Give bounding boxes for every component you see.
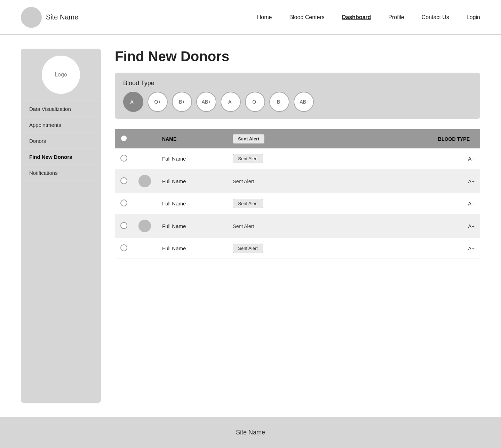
donors-table: NAME Sent Alert BLOOD TYPE Full Name [115, 129, 480, 259]
blood-type-buttons: A+ O+ B+ AB+ A- O- B- AB- [123, 92, 472, 112]
col-avatar-header [133, 129, 157, 148]
main-content: Logo Data Visualization Appointments Don… [0, 35, 501, 417]
row5-radio[interactable] [120, 244, 127, 251]
row4-name: Full Name [157, 214, 227, 238]
blood-type-btn-abpos[interactable]: AB+ [196, 92, 216, 112]
col-spacer-header [314, 129, 383, 148]
row4-sent-alert: Sent Alert [227, 214, 314, 238]
row3-blood-type: A+ [383, 193, 480, 214]
nav-home[interactable]: Home [257, 14, 272, 21]
table-row: Full Name Sent Alert A+ [115, 148, 480, 169]
row5-avatar-cell [133, 238, 157, 259]
blood-type-btn-opos[interactable]: O+ [148, 92, 168, 112]
row2-radio[interactable] [120, 177, 127, 184]
row2-avatar [138, 175, 151, 187]
col-blood-type-header: BLOOD TYPE [383, 129, 480, 148]
sidebar-logo: Logo [42, 56, 80, 94]
table-row: Full Name Sent Alert A+ [115, 238, 480, 259]
row1-radio-cell [115, 148, 133, 169]
nav-dashboard[interactable]: Dashboard [342, 14, 371, 21]
sidebar-item-appointments[interactable]: Appointments [21, 117, 101, 133]
row4-radio-cell [115, 214, 133, 238]
page-content: Find New Donors Blood Type A+ O+ B+ AB+ … [115, 49, 480, 403]
row2-avatar-cell [133, 169, 157, 193]
row3-radio-cell [115, 193, 133, 214]
row4-radio[interactable] [120, 222, 127, 229]
blood-type-btn-bpos[interactable]: B+ [172, 92, 192, 112]
sidebar-item-find-new-donors[interactable]: Find New Donors [21, 149, 101, 165]
col-name-header: NAME [157, 129, 227, 148]
login-button[interactable]: Login [467, 14, 480, 21]
blood-type-btn-abneg[interactable]: AB- [294, 92, 314, 112]
sidebar: Logo Data Visualization Appointments Don… [21, 49, 101, 403]
header-nav: Home Blood Centers Dashboard Profile Con… [257, 14, 449, 21]
blood-type-btn-aneg[interactable]: A- [221, 92, 241, 112]
footer: Site Name [0, 417, 501, 448]
row3-name: Full Name [157, 193, 227, 214]
sidebar-item-donors[interactable]: Donors [21, 133, 101, 149]
page-title: Find New Donors [115, 49, 480, 64]
row3-sent-alert: Sent Alert [227, 193, 314, 214]
table-row: Full Name Sent Alert A+ [115, 214, 480, 238]
nav-blood-centers[interactable]: Blood Centers [289, 14, 324, 21]
header-site-name: Site Name [46, 13, 78, 21]
blood-type-label: Blood Type [123, 80, 472, 87]
sidebar-nav: Data Visualization Appointments Donors F… [21, 101, 101, 181]
row5-blood-type: A+ [383, 238, 480, 259]
row2-blood-type: A+ [383, 169, 480, 193]
row5-sent-alert: Sent Alert [227, 238, 314, 259]
table-row: Full Name Sent Alert A+ [115, 169, 480, 193]
row5-radio-cell [115, 238, 133, 259]
nav-contact-us[interactable]: Contact Us [422, 14, 449, 21]
header-logo-area: Site Name [21, 7, 78, 28]
row3-radio[interactable] [120, 199, 127, 206]
header-radio[interactable] [120, 135, 127, 142]
footer-site-name: Site Name [236, 429, 265, 436]
row1-radio[interactable] [120, 155, 127, 162]
blood-type-section: Blood Type A+ O+ B+ AB+ A- O- B- AB- [115, 73, 480, 119]
table-header-row: NAME Sent Alert BLOOD TYPE [115, 129, 480, 148]
row4-avatar-cell [133, 214, 157, 238]
blood-type-btn-oneg[interactable]: O- [245, 92, 265, 112]
site-logo [21, 7, 42, 28]
sidebar-item-data-visualization[interactable]: Data Visualization [21, 101, 101, 117]
nav-profile[interactable]: Profile [388, 14, 404, 21]
table-row: Full Name Sent Alert A+ [115, 193, 480, 214]
row2-name: Full Name [157, 169, 227, 193]
col-radio-header [115, 129, 133, 148]
header: Site Name Home Blood Centers Dashboard P… [0, 0, 501, 35]
row1-avatar-cell [133, 148, 157, 169]
row3-avatar-cell [133, 193, 157, 214]
row2-radio-cell [115, 169, 133, 193]
col-sent-alert-header: Sent Alert [227, 129, 314, 148]
row1-blood-type: A+ [383, 148, 480, 169]
row1-name: Full Name [157, 148, 227, 169]
row1-sent-alert: Sent Alert [227, 148, 314, 169]
blood-type-btn-apos[interactable]: A+ [123, 92, 143, 112]
row2-sent-alert: Sent Alert [227, 169, 314, 193]
row5-name: Full Name [157, 238, 227, 259]
blood-type-btn-bneg[interactable]: B- [269, 92, 289, 112]
row4-avatar [138, 220, 151, 232]
sidebar-item-notifications[interactable]: Notifications [21, 165, 101, 181]
row4-blood-type: A+ [383, 214, 480, 238]
